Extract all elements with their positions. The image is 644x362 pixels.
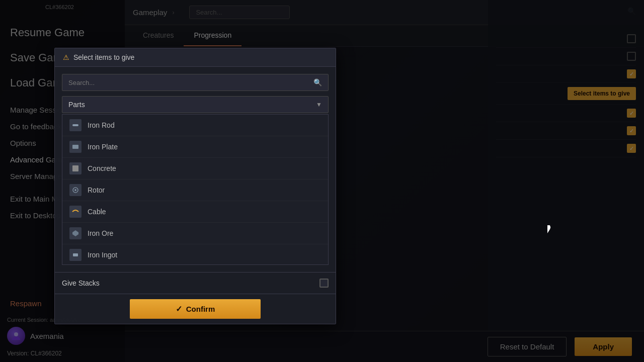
dropdown-label: Parts (68, 101, 85, 109)
item-search-box[interactable]: 🔍 (62, 74, 329, 91)
svg-rect-2 (72, 145, 78, 149)
list-item[interactable]: Cable (62, 201, 328, 223)
popup-title: Select items to give (73, 53, 134, 61)
item-icon-rotor (69, 184, 82, 196)
svg-marker-6 (72, 230, 78, 236)
item-name-iron-plate: Iron Plate (88, 143, 321, 151)
item-select-popup: ⚠ Select items to give 🔍 Parts ▼ Iron Ro… (54, 48, 336, 324)
item-name-iron-rod: Iron Rod (88, 121, 321, 129)
list-item[interactable]: Iron Ore (62, 223, 328, 244)
item-search-button[interactable]: 🔍 (307, 74, 328, 90)
list-item[interactable]: Rotor (62, 179, 328, 201)
dropdown-arrow-icon: ▼ (316, 101, 322, 108)
svg-point-5 (74, 189, 76, 191)
items-list: Iron Rod Iron Plate Concrete (62, 114, 329, 265)
svg-rect-3 (72, 165, 78, 171)
item-name-iron-ingot: Iron Ingot (88, 251, 321, 259)
list-item[interactable]: Iron Plate (62, 136, 328, 158)
popup-footer: ✓ Confirm (55, 294, 336, 324)
item-icon-iron-rod (69, 119, 82, 131)
item-name-rotor: Rotor (88, 186, 321, 194)
warning-icon: ⚠ (63, 53, 69, 61)
item-search-input[interactable] (62, 75, 307, 90)
popup-body: 🔍 Parts ▼ Iron Rod Iron Plate (55, 67, 336, 272)
item-icon-cable (69, 206, 82, 218)
list-item[interactable]: Iron Ingot (62, 244, 328, 265)
item-name-concrete: Concrete (88, 164, 321, 172)
svg-rect-7 (73, 253, 78, 256)
give-stacks-label: Give Stacks (62, 279, 100, 287)
item-name-cable: Cable (88, 208, 321, 216)
item-icon-iron-ore (69, 227, 82, 239)
list-item[interactable]: Concrete (62, 158, 328, 179)
confirm-button[interactable]: ✓ Confirm (130, 299, 261, 319)
svg-rect-1 (72, 124, 78, 126)
list-item[interactable]: Iron Rod (62, 115, 328, 136)
item-icon-iron-plate (69, 141, 82, 153)
confirm-check-icon: ✓ (176, 304, 182, 314)
item-name-iron-ore: Iron Ore (88, 229, 321, 237)
item-icon-iron-ingot (69, 249, 82, 261)
category-dropdown[interactable]: Parts ▼ (62, 96, 329, 113)
give-stacks-row: Give Stacks (55, 272, 336, 294)
give-stacks-checkbox[interactable] (319, 279, 329, 288)
item-icon-concrete (69, 162, 82, 174)
popup-header: ⚠ Select items to give (55, 48, 336, 67)
